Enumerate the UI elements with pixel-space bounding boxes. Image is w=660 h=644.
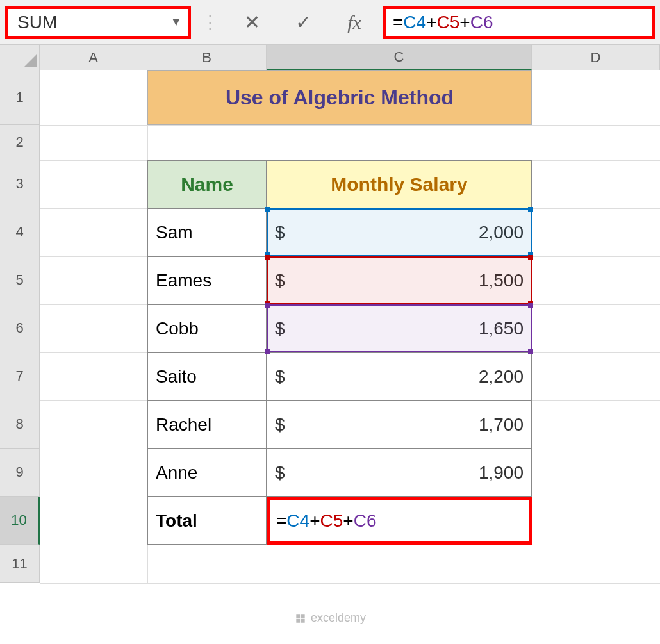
formula-ref-c4: C4 — [286, 511, 309, 531]
currency-symbol: $ — [275, 270, 285, 291]
salary-value: 1,500 — [479, 270, 524, 291]
col-header-a[interactable]: A — [40, 45, 147, 70]
formula-plus: + — [309, 511, 320, 531]
cell-c6[interactable]: $ 1,650 — [267, 304, 532, 352]
row-header-1[interactable]: 1 — [0, 70, 40, 125]
name-box[interactable]: SUM — [8, 12, 165, 33]
cell-c7[interactable]: $ 2,200 — [267, 352, 532, 400]
cell-b7[interactable]: Saito — [147, 352, 267, 400]
formula-ref-c6: C6 — [470, 12, 493, 33]
col-header-d[interactable]: D — [532, 45, 660, 70]
row-header-3[interactable]: 3 — [0, 160, 40, 208]
formula-bar: SUM ▼ ⋮ ✕ ✓ fx =C4+C5+C6 — [0, 0, 660, 45]
formula-equals: = — [393, 12, 403, 33]
currency-symbol: $ — [275, 463, 285, 483]
title-cell[interactable]: Use of Algebric Method — [147, 70, 532, 125]
row-header-2[interactable]: 2 — [0, 125, 40, 160]
watermark-text: exceldemy — [311, 611, 366, 625]
cell-b4[interactable]: Sam — [147, 208, 267, 256]
row-header-6[interactable]: 6 — [0, 304, 40, 352]
name-box-container[interactable]: SUM ▼ — [5, 6, 191, 39]
cancel-button[interactable]: ✕ — [229, 6, 274, 39]
cell-c4[interactable]: $ 2,000 — [267, 208, 532, 256]
currency-symbol: $ — [275, 318, 285, 339]
formula-plus: + — [459, 12, 470, 33]
formula-equals: = — [276, 511, 286, 531]
cell-c9[interactable]: $ 1,900 — [267, 449, 532, 497]
cell-b5[interactable]: Eames — [147, 256, 267, 304]
row-header-7[interactable]: 7 — [0, 352, 40, 400]
header-salary[interactable]: Monthly Salary — [267, 160, 532, 208]
name-box-dropdown-icon[interactable]: ▼ — [165, 15, 188, 29]
col-header-b[interactable]: B — [147, 45, 267, 70]
row-header-8[interactable]: 8 — [0, 400, 40, 449]
fx-icon: fx — [347, 12, 361, 33]
salary-value: 1,900 — [479, 463, 524, 483]
row-header-11[interactable]: 11 — [0, 545, 40, 583]
salary-value: 1,650 — [479, 318, 524, 339]
spreadsheet-grid: 1 2 3 4 5 6 7 8 9 10 11 A B C D — [0, 45, 660, 644]
currency-symbol: $ — [275, 367, 285, 387]
formula-ref-c5: C5 — [437, 12, 460, 33]
formula-ref-c4: C4 — [403, 12, 426, 33]
row-header-5[interactable]: 5 — [0, 256, 40, 304]
row-header-9[interactable]: 9 — [0, 449, 40, 497]
formula-ref-c6: C6 — [354, 511, 377, 531]
insert-function-button[interactable]: fx — [332, 6, 377, 39]
formula-plus: + — [343, 511, 353, 531]
cell-b9[interactable]: Anne — [147, 449, 267, 497]
salary-value: 1,700 — [479, 415, 524, 435]
salary-value: 2,200 — [479, 367, 524, 387]
formula-input[interactable]: =C4+C5+C6 — [383, 6, 655, 39]
watermark-icon — [294, 612, 307, 625]
cell-b8[interactable]: Rachel — [147, 400, 267, 449]
currency-symbol: $ — [275, 415, 285, 435]
row-header-10[interactable]: 10 — [0, 497, 40, 545]
cell-b6[interactable]: Cobb — [147, 304, 267, 352]
watermark: exceldemy — [294, 611, 366, 625]
row-header-4[interactable]: 4 — [0, 208, 40, 256]
row-header-column: 1 2 3 4 5 6 7 8 9 10 11 — [0, 45, 40, 644]
formula-plus: + — [426, 12, 436, 33]
divider: ⋮ — [197, 12, 223, 33]
col-header-c[interactable]: C — [267, 45, 532, 70]
formula-ref-c5: C5 — [320, 511, 343, 531]
enter-button[interactable]: ✓ — [281, 6, 326, 39]
cell-b10[interactable]: Total — [147, 497, 267, 545]
salary-value: 2,000 — [479, 222, 524, 243]
cell-c5[interactable]: $ 1,500 — [267, 256, 532, 304]
select-all-corner[interactable] — [0, 45, 40, 70]
check-icon: ✓ — [295, 11, 311, 33]
close-icon: ✕ — [244, 11, 260, 33]
cell-c10-editing[interactable]: =C4+C5+C6 — [267, 497, 532, 545]
currency-symbol: $ — [275, 222, 285, 243]
grid-body: A B C D U — [40, 45, 660, 644]
cell-c8[interactable]: $ 1,700 — [267, 400, 532, 449]
header-name[interactable]: Name — [147, 160, 267, 208]
text-cursor — [377, 511, 377, 531]
